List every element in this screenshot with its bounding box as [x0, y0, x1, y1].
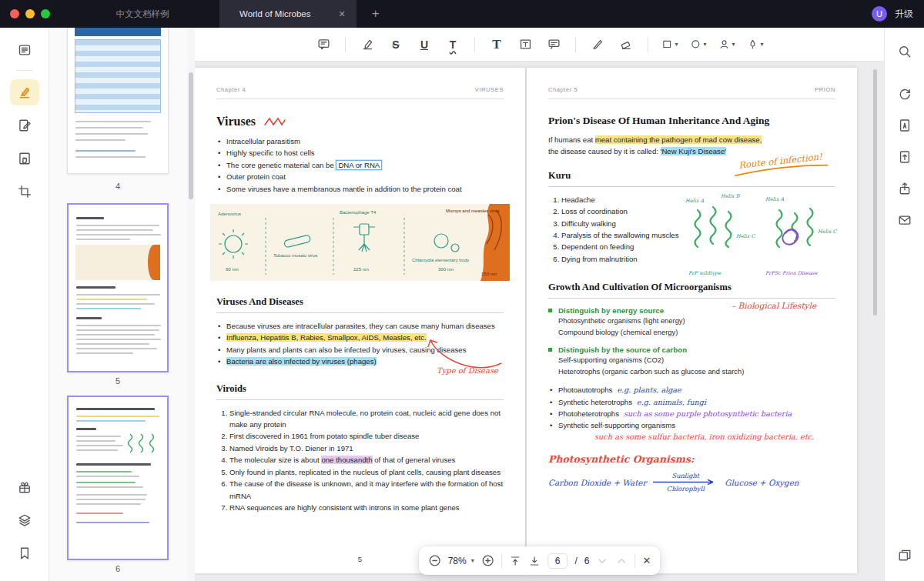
helix-label: Helix B — [721, 193, 739, 199]
chevron-down-icon: ▾ — [703, 41, 706, 48]
underline-tool[interactable]: U — [413, 33, 436, 56]
list-item: Photoautotrophse.g. plants, algae — [548, 384, 835, 396]
ellipse-tool[interactable]: ▾ — [687, 33, 710, 56]
pen-tool[interactable] — [586, 33, 609, 56]
text-icon: T — [492, 37, 500, 52]
thumbnail-page-4[interactable] — [67, 28, 169, 174]
figure-label: Chlamydia elementary body — [412, 258, 469, 262]
toolbar-divider — [501, 554, 502, 568]
highlight-text-tool[interactable] — [356, 33, 379, 56]
signature-tool[interactable]: ▾ — [744, 33, 767, 56]
right-toolbar — [884, 28, 924, 581]
list-item: Highly specific to host cells — [216, 147, 504, 159]
scrollbar-thumb[interactable] — [189, 72, 193, 199]
organize-pages-tool[interactable] — [10, 179, 39, 205]
thumbnail-page-5[interactable] — [67, 203, 169, 372]
page-header: Chapter 5 PRION — [548, 86, 835, 99]
upgrade-button[interactable]: 升级 — [895, 8, 913, 21]
tab-close-icon[interactable]: ✕ — [338, 9, 345, 19]
type-of-disease-annotation[interactable]: Type of Disease — [418, 332, 534, 383]
pdf-page-5: Chapter 4 VIRUSES Viruses Intracellular … — [195, 68, 525, 573]
zoom-in-icon — [481, 554, 494, 567]
chapter-label: Chapter 4 — [216, 86, 246, 93]
biological-lifestyle-annotation[interactable]: – Biological Lifestyle — [732, 301, 816, 310]
yellow-highlight[interactable]: meat containing the pathogen of mad cow … — [595, 135, 762, 144]
layers-icon — [18, 513, 32, 527]
list-item: Dying from malnutrition — [561, 253, 702, 265]
eraser-tool[interactable] — [614, 33, 638, 56]
figure-label: 150 nm — [481, 272, 497, 276]
fill-sign-tool[interactable] — [10, 145, 39, 172]
search-button[interactable] — [890, 38, 919, 65]
stamp-tool[interactable]: ▾ — [715, 33, 738, 56]
shapes-tool[interactable]: ▾ — [658, 33, 681, 56]
list-item: Dependent on feeding — [561, 241, 702, 252]
close-toolbar-button[interactable]: ✕ — [642, 555, 651, 566]
collections-button[interactable] — [890, 542, 919, 568]
avatar[interactable]: U — [872, 6, 887, 22]
tab-chinese-sample[interactable]: 中文文档样例 — [78, 8, 207, 20]
squiggly-underline-tool[interactable]: T — [441, 33, 464, 56]
textbox-tool[interactable] — [514, 33, 537, 56]
highlighter-icon — [18, 85, 32, 99]
zoom-in-button[interactable] — [481, 554, 494, 567]
zoom-level-dropdown[interactable]: 78%▾ — [448, 556, 474, 566]
search-icon — [898, 45, 912, 58]
scroll-to-bottom-button[interactable] — [528, 555, 541, 567]
strikethrough-icon: S — [392, 38, 399, 51]
scroll-to-top-button[interactable] — [509, 555, 521, 567]
equation-lhs: Carbon Dioxide + Water — [548, 478, 646, 487]
purple-highlight[interactable]: one thousandth — [321, 456, 372, 464]
highlight-tool[interactable] — [10, 79, 39, 105]
handwritten-note: e.g. plants, algae — [617, 384, 681, 396]
gift-button[interactable] — [10, 474, 39, 500]
red-squiggle-annotation[interactable] — [263, 115, 286, 128]
chevron-up-icon — [615, 555, 628, 567]
previous-page-button[interactable] — [615, 555, 628, 567]
arrow-bottom-label: Chlorophyll — [667, 486, 705, 492]
figure-label: Mumps and measles virus — [446, 209, 500, 213]
minimize-window-button[interactable] — [25, 9, 35, 18]
list-item: Single-stranded circular RNA molecule, n… — [229, 407, 504, 431]
prion-helix-figure[interactable]: Helix A Helix B Helix C Helix A Helix C … — [685, 193, 844, 279]
blue-highlight[interactable]: Bacteria are also infected by viruses (p… — [226, 357, 377, 366]
page-number-input[interactable]: 6 — [547, 553, 568, 569]
list-item: Synthetic heterotrophse.g. animals, fung… — [548, 396, 835, 408]
thumbnail-page-number: 5 — [67, 376, 169, 386]
callout-tool[interactable] — [542, 33, 565, 56]
list-item: Intracellular parasitism — [216, 135, 504, 147]
comment-tool[interactable] — [312, 33, 335, 56]
layers-button[interactable] — [10, 507, 39, 533]
zoom-out-button[interactable] — [428, 554, 441, 567]
share-button[interactable] — [890, 175, 919, 202]
reader-tool[interactable] — [10, 37, 39, 63]
zoom-level: 78% — [448, 556, 467, 566]
export-button[interactable] — [890, 144, 919, 170]
green-list-heading: Distinguish by the source of carbon — [548, 346, 835, 354]
thumbnail-panel: 4 5 — [49, 28, 187, 581]
pdfa-button[interactable] — [890, 112, 919, 139]
mail-button[interactable] — [890, 207, 919, 233]
chevron-down-icon: ▾ — [760, 41, 763, 48]
tab-world-of-microbes[interactable]: World of Microbes ✕ — [219, 0, 357, 28]
edit-tool[interactable] — [10, 112, 39, 139]
new-tab-button[interactable]: + — [372, 6, 380, 22]
next-page-button[interactable] — [596, 555, 608, 567]
document-scrollbar[interactable] — [873, 69, 877, 316]
helix-label: Helix C — [736, 233, 755, 239]
close-window-button[interactable] — [10, 9, 19, 18]
thumbnail-scrollbar[interactable] — [187, 28, 195, 581]
blue-highlight[interactable]: 'New Kuji's Disease' — [661, 147, 726, 155]
numbered-list: Single-stranded circular RNA molecule, n… — [216, 407, 504, 514]
text-selection-box[interactable]: DNA or RNA — [336, 160, 382, 170]
strikethrough-tool[interactable]: S — [384, 33, 407, 56]
fullscreen-window-button[interactable] — [41, 9, 50, 18]
bookmark-button[interactable] — [10, 540, 39, 566]
yellow-highlight[interactable]: Influenza, Hepatitis B, Rabies, Smallpox… — [226, 333, 427, 342]
convert-button[interactable] — [890, 81, 919, 107]
section-heading: Kuru — [548, 170, 835, 187]
bookmark-icon — [18, 546, 32, 560]
figure-label: 90 nm — [226, 267, 239, 272]
thumbnail-page-6[interactable] — [67, 396, 169, 560]
text-tool[interactable]: T — [485, 33, 508, 56]
